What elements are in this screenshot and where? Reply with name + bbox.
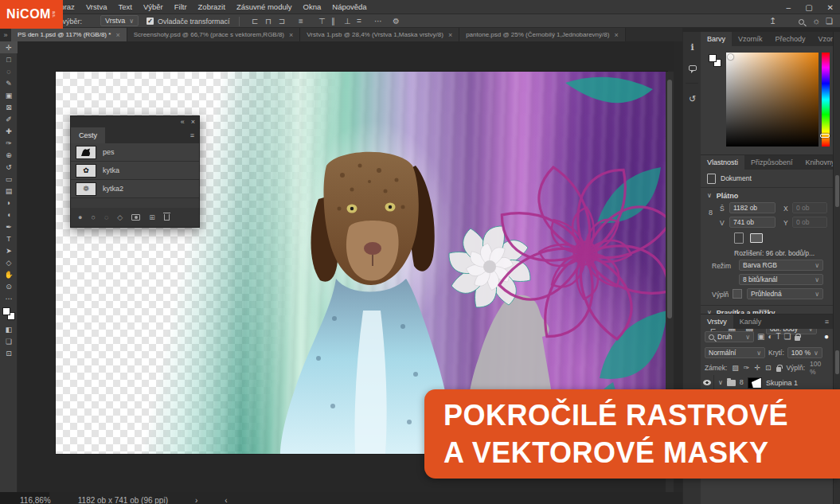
color-mode-dropdown[interactable]: Barva RGB∨ xyxy=(739,260,823,271)
fill-value[interactable]: 100 % xyxy=(810,360,829,376)
menu-zasuvne-moduly[interactable]: Zásuvné moduly xyxy=(232,2,297,11)
edit-toolbar-icon[interactable]: ⋯ xyxy=(0,292,18,304)
spot-healing-brush-tool[interactable]: ✚ xyxy=(0,125,18,137)
tab-kanaly[interactable]: Kanály xyxy=(733,315,768,329)
foreground-background-swatches[interactable] xyxy=(2,307,15,320)
zoom-level[interactable]: 116,86% xyxy=(20,496,51,504)
crop-tool[interactable]: ▣ xyxy=(0,89,18,101)
new-path-icon[interactable]: ⊞ xyxy=(149,213,155,221)
screen-mode-2-icon[interactable]: ⊡ xyxy=(0,347,18,359)
delete-path-icon[interactable] xyxy=(164,214,170,221)
search-icon[interactable] xyxy=(799,19,804,25)
lock-artboard-icon[interactable]: ⊡ xyxy=(765,365,772,372)
menu-okna[interactable]: Okna xyxy=(299,2,326,11)
distribute-horizontal-icon[interactable]: ∥ xyxy=(331,18,335,25)
share-icon[interactable]: ↥ xyxy=(769,17,776,25)
filter-toggle[interactable]: ● xyxy=(824,333,829,341)
scrollbar-thumb[interactable] xyxy=(835,175,839,207)
scrollbar-thumb[interactable] xyxy=(835,350,839,374)
close-tab-icon[interactable]: × xyxy=(289,31,293,39)
zoom-tool[interactable]: ⊙ xyxy=(0,280,18,292)
panel-menu-icon[interactable]: ≡ xyxy=(190,131,199,139)
lock-transparency-icon[interactable]: ▨ xyxy=(732,365,739,372)
expand-group-icon[interactable]: ∨ xyxy=(718,380,723,386)
layer-name[interactable]: Skupina 1 xyxy=(766,379,798,387)
group-mask-thumbnail[interactable] xyxy=(748,377,762,389)
hue-slider[interactable] xyxy=(822,53,830,147)
rectangular-marquee-tool[interactable]: □ xyxy=(0,53,18,65)
opacity-field[interactable]: 100 %∨ xyxy=(787,347,822,358)
frame-tool[interactable]: ⊠ xyxy=(0,101,18,113)
tab-prizpusobeni[interactable]: Přizpůsobení xyxy=(744,155,799,170)
menu-vrstva[interactable]: Vrstva xyxy=(81,2,112,11)
menu-zobrazit[interactable]: Zobrazit xyxy=(193,2,230,11)
info-panel-icon[interactable]: ℹ xyxy=(683,38,701,56)
menu-vyber[interactable]: Výběr xyxy=(139,2,168,11)
x-field[interactable]: 0 ob xyxy=(792,202,827,213)
hand-tool[interactable]: ✋ xyxy=(0,268,18,280)
width-field[interactable]: 1182 ob xyxy=(729,202,776,213)
lock-all-icon[interactable] xyxy=(776,367,782,372)
color-field-selector[interactable] xyxy=(728,54,733,60)
scrollbar-thumb[interactable] xyxy=(667,80,672,318)
fill-swatch[interactable] xyxy=(733,289,742,299)
tab-vlastnosti[interactable]: Vlastnosti xyxy=(701,155,744,170)
fill-dropdown[interactable]: Průhledná∨ xyxy=(747,288,823,299)
doc-tab-pantone[interactable]: pantone.psd @ 25% (Černobílý 1,Jednobare… xyxy=(459,28,626,41)
tab-vrstvy[interactable]: Vrstvy xyxy=(701,315,733,329)
close-tab-icon[interactable]: × xyxy=(448,31,452,39)
workspace-icon[interactable]: ❏ xyxy=(826,18,833,25)
align-right-edges-icon[interactable]: ⊐ xyxy=(279,18,285,25)
chevron-down-icon[interactable]: ∨ xyxy=(707,193,712,199)
add-mask-icon[interactable] xyxy=(131,214,140,221)
gradient-tool[interactable]: ▤ xyxy=(0,185,18,197)
tab-barvy[interactable]: Barvy xyxy=(701,32,732,46)
move-tool[interactable]: ✛ xyxy=(0,41,18,53)
eraser-tool[interactable]: ▭ xyxy=(0,173,18,185)
distribute-vertical-icon[interactable]: = xyxy=(357,18,361,25)
filter-locked-icon[interactable] xyxy=(795,336,800,341)
path-row-kytka2[interactable]: ❁ kytka2 xyxy=(71,180,199,198)
y-field[interactable]: 0 ob xyxy=(792,217,827,228)
align-horizontal-centers-icon[interactable]: ⊓ xyxy=(265,18,272,25)
menu-text[interactable]: Text xyxy=(113,2,136,11)
distribute-top-icon[interactable]: ⊤ xyxy=(318,18,326,25)
minimize-icon[interactable]: – xyxy=(787,3,791,12)
close-tab-icon[interactable]: × xyxy=(115,31,119,39)
paths-panel[interactable]: « × Cesty ≡ pes ✿ kytka ❁ kytka2 ● ○ ◌ ◇… xyxy=(70,115,200,228)
lock-paint-icon[interactable]: ✑ xyxy=(744,365,750,372)
filter-pixel-layers-icon[interactable]: ▣ xyxy=(757,333,764,341)
comments-panel-icon[interactable] xyxy=(683,59,701,76)
blur-tool[interactable]: ◗ xyxy=(0,197,18,209)
pen-tool[interactable]: ✒ xyxy=(0,221,18,232)
object-selection-tool[interactable]: ✎ xyxy=(0,77,18,89)
brush-tool[interactable]: ✑ xyxy=(0,137,18,149)
foreground-color[interactable] xyxy=(2,307,10,315)
discover-lamp-icon[interactable]: ☼ xyxy=(812,17,820,25)
tab-cesty[interactable]: Cesty xyxy=(71,127,105,143)
dodge-tool[interactable]: ◖ xyxy=(0,209,18,221)
transform-controls-checkbox[interactable]: ✓ xyxy=(147,18,154,25)
collapse-panel-icon[interactable]: « xyxy=(181,118,185,126)
path-row-kytka[interactable]: ✿ kytka xyxy=(71,162,199,180)
color-swatches[interactable] xyxy=(709,54,721,67)
auto-select-dropdown[interactable]: Vrstva∨ xyxy=(100,15,139,26)
distribute-bottom-icon[interactable]: ⊥ xyxy=(344,18,351,25)
eyedropper-tool[interactable]: ✐ xyxy=(0,113,18,125)
height-field[interactable]: 741 ob xyxy=(729,217,776,228)
saturation-brightness-field[interactable] xyxy=(726,53,819,147)
panel-menu-icon[interactable]: ≡ xyxy=(825,318,833,326)
visibility-toggle[interactable] xyxy=(701,375,714,390)
history-panel-icon[interactable]: ↺ xyxy=(683,90,701,107)
quick-mask-icon[interactable]: ◧ xyxy=(0,323,18,335)
landscape-orientation-button[interactable] xyxy=(750,233,763,243)
restore-icon[interactable]: ▢ xyxy=(805,3,812,12)
history-brush-tool[interactable]: ↺ xyxy=(0,161,18,173)
screen-mode-icon[interactable]: ❏ xyxy=(0,335,18,347)
gear-icon[interactable]: ⚙ xyxy=(393,18,400,25)
menu-napoveda[interactable]: Nápověda xyxy=(327,2,371,11)
filter-type-layers-icon[interactable]: T xyxy=(776,333,781,341)
stroke-path-icon[interactable]: ○ xyxy=(91,213,95,221)
align-vertical-centers-icon[interactable]: ≡ xyxy=(299,18,303,25)
clone-stamp-tool[interactable]: ⊕ xyxy=(0,149,18,161)
